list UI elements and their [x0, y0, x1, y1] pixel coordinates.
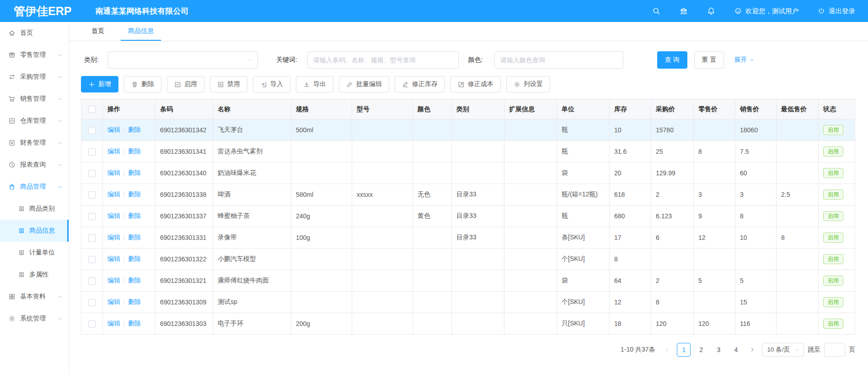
toolbar-button[interactable]: 删除 — [124, 76, 161, 92]
sidebar-item[interactable]: 计量单位 — [0, 242, 69, 264]
spec-cell: 240g — [291, 206, 352, 227]
category-select[interactable] — [108, 51, 258, 69]
sidebar-item[interactable]: 零售管理 — [0, 44, 69, 66]
sidebar-item[interactable]: 商品管理 — [0, 176, 69, 198]
toolbar-button[interactable]: 修正库存 — [395, 76, 445, 92]
toolbar-button[interactable]: 禁用 — [210, 76, 247, 92]
edit-link[interactable]: 编辑 — [107, 126, 120, 133]
edit-link[interactable]: 编辑 — [107, 190, 120, 198]
logout-button[interactable]: 退出登录 — [818, 7, 855, 16]
page-button[interactable]: 1 — [677, 343, 691, 357]
sidebar-item[interactable]: 商品类别 — [0, 198, 69, 220]
sidebar-item[interactable]: 采购管理 — [0, 66, 69, 88]
search-button[interactable]: 查 询 — [657, 51, 687, 69]
toolbar-button[interactable]: 新增 — [81, 76, 118, 92]
unit-cell: 瓶 — [557, 141, 610, 163]
row-checkbox[interactable] — [88, 127, 96, 134]
status-cell: 启用 — [819, 313, 855, 335]
delete-link[interactable]: 删除 — [128, 320, 141, 327]
status-cell: 启用 — [819, 163, 855, 184]
sidebar-item[interactable]: 商品信息 — [0, 220, 69, 242]
sidebar-item[interactable]: 销售管理 — [0, 88, 69, 110]
toolbar-button-label: 新增 — [98, 80, 111, 88]
delete-link[interactable]: 删除 — [128, 255, 141, 262]
row-checkbox[interactable] — [88, 299, 96, 306]
toolbar-button[interactable]: 修正成本 — [450, 76, 501, 92]
delete-link[interactable]: 删除 — [128, 169, 141, 176]
edit-link[interactable]: 编辑 — [107, 320, 120, 327]
app-logo[interactable]: 管伊佳ERP — [0, 4, 71, 19]
next-page-button[interactable] — [746, 343, 758, 356]
toolbar-button[interactable]: 导出 — [296, 76, 333, 92]
model-cell — [352, 119, 413, 141]
row-checkbox[interactable] — [88, 170, 96, 177]
page-button[interactable]: 2 — [694, 343, 708, 357]
delete-link[interactable]: 删除 — [128, 298, 141, 305]
bell-icon[interactable] — [707, 7, 715, 15]
row-checkbox[interactable] — [88, 191, 96, 199]
delete-link[interactable]: 删除 — [128, 190, 141, 198]
edit-link[interactable]: 编辑 — [107, 255, 120, 262]
edit-link[interactable]: 编辑 — [107, 212, 120, 219]
check-square-icon — [174, 81, 181, 88]
retail-price-cell — [694, 249, 735, 270]
column-header: 销售价 — [735, 99, 777, 119]
edit-link[interactable]: 编辑 — [107, 298, 120, 305]
spec-cell: 500ml — [291, 119, 352, 141]
row-checkbox[interactable] — [88, 256, 96, 263]
toolbar-button[interactable]: 启用 — [167, 76, 204, 92]
keyword-input[interactable] — [307, 51, 459, 69]
sale-price-cell: 3 — [735, 184, 777, 206]
toolbar-button[interactable]: 批量编辑 — [339, 76, 389, 92]
row-checkbox[interactable] — [88, 277, 96, 285]
sidebar-item[interactable]: 报表查询 — [0, 154, 69, 176]
sidebar-item-label: 销售管理 — [20, 95, 46, 103]
sidebar-item[interactable]: 基本资料 — [0, 286, 69, 308]
row-checkbox[interactable] — [88, 234, 96, 242]
sidebar-item[interactable]: 多属性 — [0, 264, 69, 286]
search-icon[interactable] — [652, 7, 660, 15]
tab[interactable]: 商品信息 — [121, 22, 161, 41]
sidebar-item[interactable]: 财务管理 — [0, 132, 69, 154]
reset-button[interactable]: 重 置 — [694, 51, 724, 69]
select-all-checkbox[interactable] — [88, 106, 96, 113]
page-button[interactable]: 3 — [712, 343, 725, 357]
prev-page-button[interactable] — [661, 343, 673, 356]
table-row: 编辑删除 6901236301303 电子手环 200g 只[SKU] 18 1… — [81, 313, 855, 335]
row-checkbox[interactable] — [88, 320, 96, 328]
category-label: 类别: — [84, 56, 99, 64]
stock-cell: 10 — [610, 119, 651, 141]
row-checkbox[interactable] — [88, 213, 96, 220]
status-cell: 启用 — [819, 119, 855, 141]
delete-link[interactable]: 删除 — [128, 233, 141, 241]
edit-link[interactable]: 编辑 — [107, 147, 120, 155]
page-button[interactable]: 4 — [729, 343, 743, 357]
edit-link[interactable]: 编辑 — [107, 233, 120, 241]
delete-link[interactable]: 删除 — [128, 212, 141, 219]
status-cell: 启用 — [819, 206, 855, 227]
row-checkbox[interactable] — [88, 148, 96, 156]
welcome-user[interactable]: 欢迎您，测试用户 — [734, 7, 798, 16]
page-size-select[interactable]: 10 条/页 — [762, 343, 804, 357]
toolbar-button[interactable]: 导入 — [253, 76, 290, 92]
delete-link[interactable]: 删除 — [128, 126, 141, 133]
category-cell: 目录33 — [452, 184, 504, 206]
sidebar-item[interactable]: 仓库管理 — [0, 110, 69, 132]
jump-page-input[interactable] — [824, 343, 845, 357]
sidebar-item[interactable]: 系统管理 — [0, 308, 69, 330]
sidebar-item[interactable]: 首页 — [0, 22, 69, 44]
doc-icon — [18, 249, 25, 256]
spec-cell — [291, 249, 352, 270]
sidebar-item-label: 采购管理 — [20, 73, 46, 81]
edit-link[interactable]: 编辑 — [107, 169, 120, 176]
delete-link[interactable]: 删除 — [128, 147, 141, 155]
bank-icon[interactable] — [680, 7, 688, 15]
toolbar-button[interactable]: 列设置 — [506, 76, 550, 92]
edit-link[interactable]: 编辑 — [107, 276, 120, 284]
tab[interactable]: 首页 — [84, 22, 112, 41]
purchase-price-cell: 25 — [651, 141, 694, 163]
expand-link[interactable]: 展开 — [734, 56, 755, 64]
delete-link[interactable]: 删除 — [128, 276, 141, 284]
barcode-cell: 6901236301342 — [155, 119, 213, 141]
color-input[interactable] — [494, 51, 623, 69]
